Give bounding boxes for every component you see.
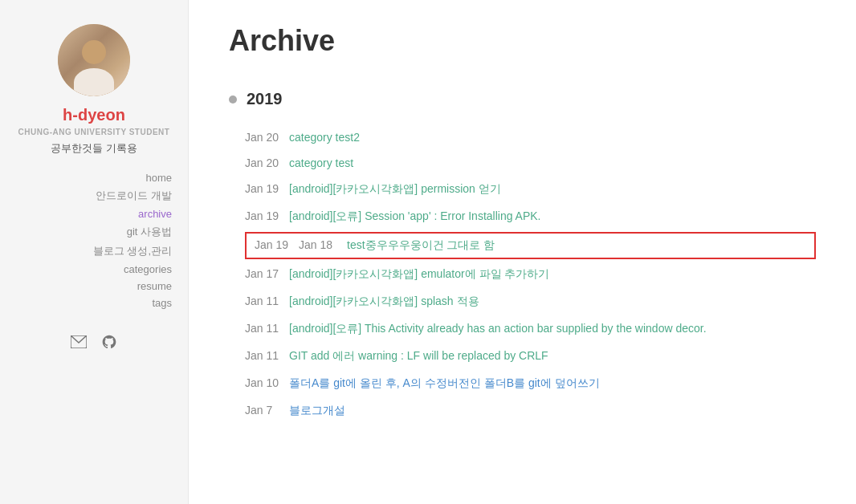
item-link[interactable]: test중우우우웅이건 그대로 함 <box>347 238 495 253</box>
archive-item: Jan 11GIT add 에러 warning : LF will be re… <box>245 343 816 370</box>
item-date: Jan 19 <box>255 238 299 251</box>
avatar <box>58 24 130 96</box>
item-link[interactable]: 폴더A를 git에 올린 후, A의 수정버전인 폴더B를 git에 덮어쓰기 <box>289 376 600 391</box>
archive-item: Jan 7블로그개설 <box>245 397 816 425</box>
sidebar-item-blog-manage[interactable]: 블로그 생성,관리 <box>93 244 172 258</box>
item-date: Jan 11 <box>245 295 289 307</box>
sidebar-nav: home 안드로이드 개발 archive git 사용법 블로그 생성,관리 … <box>0 172 188 309</box>
archive-item: Jan 11[android][카카오시각화앱] splash 적용 <box>245 288 816 315</box>
item-date: Jan 19 <box>245 182 289 195</box>
item-date: Jan 17 <box>245 267 289 280</box>
avatar-image <box>58 24 130 96</box>
sidebar-item-tags[interactable]: tags <box>152 297 172 309</box>
main-content: Archive 2019 Jan 20category test2Jan 20c… <box>189 0 856 504</box>
item-date: Jan 20 <box>245 156 289 169</box>
item-link[interactable]: [android][오류] This Activity already has … <box>289 322 707 336</box>
university-label: CHUNG-ANG UNIVERSITY STUDENT <box>18 128 170 136</box>
github-icon[interactable] <box>100 333 118 351</box>
item-date: Jan 11 <box>245 322 289 335</box>
sidebar: h-dyeon CHUNG-ANG UNIVERSITY STUDENT 공부한… <box>0 0 189 504</box>
item-link[interactable]: category test <box>289 156 353 169</box>
archive-item: Jan 11[android][오류] This Activity alread… <box>245 315 816 343</box>
archive-item: Jan 19[android][오류] Session 'app' : Erro… <box>245 203 816 230</box>
item-link[interactable]: [android][카카오시각화앱] splash 적용 <box>289 295 479 309</box>
archive-item: Jan 19Jan 18test중우우우웅이건 그대로 함 <box>245 232 816 259</box>
sidebar-item-archive[interactable]: archive <box>138 208 172 220</box>
item-date: Jan 7 <box>245 404 289 417</box>
page-title: Archive <box>229 24 816 58</box>
sidebar-item-home[interactable]: home <box>145 172 172 184</box>
username: h-dyeon <box>63 106 125 124</box>
archive-item: Jan 20category test2 <box>245 124 816 150</box>
sidebar-item-resume[interactable]: resume <box>137 280 172 292</box>
sidebar-item-android[interactable]: 안드로이드 개발 <box>96 189 172 203</box>
archive-list: Jan 20category test2Jan 20category testJ… <box>229 124 816 425</box>
sidebar-item-git[interactable]: git 사용법 <box>127 225 172 239</box>
item-date: Jan 11 <box>245 349 289 362</box>
item-date: Jan 10 <box>245 376 289 389</box>
year-header: 2019 <box>229 90 816 108</box>
item-link[interactable]: [android][카카오시각화앱] permission 얻기 <box>289 182 501 197</box>
email-icon[interactable] <box>70 333 88 351</box>
sidebar-item-categories[interactable]: categories <box>124 263 172 275</box>
archive-item: Jan 19[android][카카오시각화앱] permission 얻기 <box>245 176 816 203</box>
item-link[interactable]: 블로그개설 <box>289 404 345 418</box>
item-date: Jan 19 <box>245 209 289 222</box>
item-link[interactable]: [android][카카오시각화앱] emulator에 파일 추가하기 <box>289 267 549 282</box>
item-date: Jan 20 <box>245 131 289 144</box>
item-link[interactable]: [android][오류] Session 'app' : Error Inst… <box>289 209 541 224</box>
item-extra-date: Jan 18 <box>299 238 347 251</box>
archive-item: Jan 17[android][카카오시각화앱] emulator에 파일 추가… <box>245 261 816 288</box>
item-link[interactable]: category test2 <box>289 131 360 144</box>
year-label: 2019 <box>247 90 283 108</box>
year-dot <box>229 96 237 104</box>
archive-item: Jan 20category test <box>245 150 816 176</box>
archive-item: Jan 10폴더A를 git에 올린 후, A의 수정버전인 폴더B를 git에… <box>245 370 816 397</box>
tagline: 공부한것들 기록용 <box>51 141 137 156</box>
social-icons <box>70 333 118 351</box>
item-link[interactable]: GIT add 에러 warning : LF will be replaced… <box>289 349 548 364</box>
year-section: 2019 Jan 20category test2Jan 20category … <box>229 90 816 425</box>
